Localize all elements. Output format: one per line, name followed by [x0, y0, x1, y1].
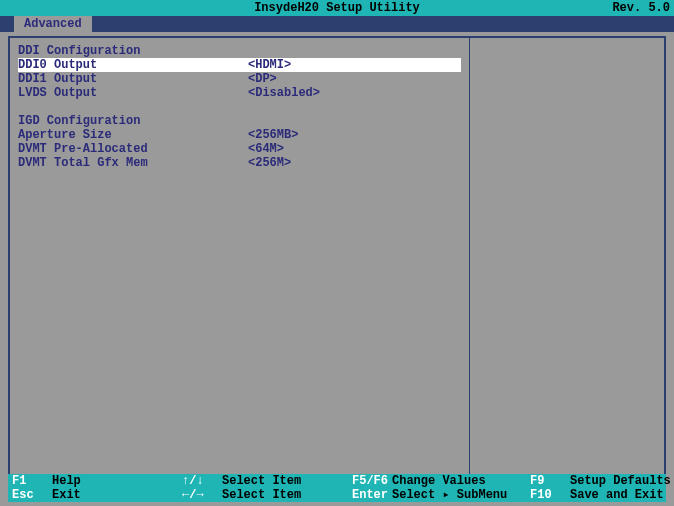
tab-bar: Advanced	[0, 16, 674, 32]
setting-label: LVDS Output	[18, 86, 248, 100]
footer-select-item-vert: ↑/↓Select Item	[182, 474, 352, 488]
setting-label: DDI0 Output	[18, 58, 248, 72]
footer-select-submenu: EnterSelect ▸ SubMenu	[352, 488, 530, 502]
section-heading: DDI Configuration	[18, 44, 140, 58]
title-bar: InsydeH20 Setup Utility Rev. 5.0	[0, 0, 674, 16]
footer-text: Select Item	[222, 488, 301, 502]
setting-label: DVMT Pre-Allocated	[18, 142, 248, 156]
key-enter: Enter	[352, 488, 392, 502]
key-f5f6: F5/F6	[352, 474, 392, 488]
tab-advanced[interactable]: Advanced	[14, 16, 92, 32]
footer-bar: F1Help ↑/↓Select Item F5/F6Change Values…	[8, 474, 666, 502]
footer-save-exit: F10Save and Exit	[530, 488, 671, 502]
help-pane	[470, 38, 664, 478]
key-updown: ↑/↓	[182, 474, 222, 488]
footer-text: Help	[52, 474, 81, 488]
footer-select-item-horiz: ←/→Select Item	[182, 488, 352, 502]
setting-value: <Disabled>	[248, 86, 461, 100]
ddi-configuration-heading: DDI Configuration	[18, 44, 461, 58]
key-f10: F10	[530, 488, 570, 502]
footer-change-values: F5/F6Change Values	[352, 474, 530, 488]
setting-value: <256MB>	[248, 128, 461, 142]
spacer	[18, 100, 461, 114]
footer-help: F1Help	[12, 474, 182, 488]
app-title: InsydeH20 Setup Utility	[0, 0, 674, 16]
footer-text: Select ▸ SubMenu	[392, 488, 507, 502]
setting-value: <HDMI>	[248, 58, 461, 72]
settings-pane: DDI Configuration DDI0 Output <HDMI> DDI…	[10, 38, 470, 478]
setting-value: <64M>	[248, 142, 461, 156]
setting-lvds-output[interactable]: LVDS Output <Disabled>	[18, 86, 461, 100]
revision-label: Rev. 5.0	[612, 0, 670, 16]
setting-label: DDI1 Output	[18, 72, 248, 86]
key-f1: F1	[12, 474, 52, 488]
key-f9: F9	[530, 474, 570, 488]
section-heading: IGD Configuration	[18, 114, 140, 128]
setting-dvmt-total-gfx-mem[interactable]: DVMT Total Gfx Mem <256M>	[18, 156, 461, 170]
footer-setup-defaults: F9Setup Defaults	[530, 474, 671, 488]
footer-text: Setup Defaults	[570, 474, 671, 488]
setting-ddi1-output[interactable]: DDI1 Output <DP>	[18, 72, 461, 86]
key-leftright: ←/→	[182, 488, 222, 502]
key-esc: Esc	[12, 488, 52, 502]
setting-value: <DP>	[248, 72, 461, 86]
setting-value: <256M>	[248, 156, 461, 170]
footer-text: Exit	[52, 488, 81, 502]
setting-label: DVMT Total Gfx Mem	[18, 156, 248, 170]
footer-text: Change Values	[392, 474, 486, 488]
setting-dvmt-pre-allocated[interactable]: DVMT Pre-Allocated <64M>	[18, 142, 461, 156]
setting-ddi0-output[interactable]: DDI0 Output <HDMI>	[18, 58, 461, 72]
content-area: DDI Configuration DDI0 Output <HDMI> DDI…	[8, 36, 666, 480]
footer-exit: EscExit	[12, 488, 182, 502]
footer-text: Select Item	[222, 474, 301, 488]
igd-configuration-heading: IGD Configuration	[18, 114, 461, 128]
setting-aperture-size[interactable]: Aperture Size <256MB>	[18, 128, 461, 142]
setting-label: Aperture Size	[18, 128, 248, 142]
footer-text: Save and Exit	[570, 488, 664, 502]
